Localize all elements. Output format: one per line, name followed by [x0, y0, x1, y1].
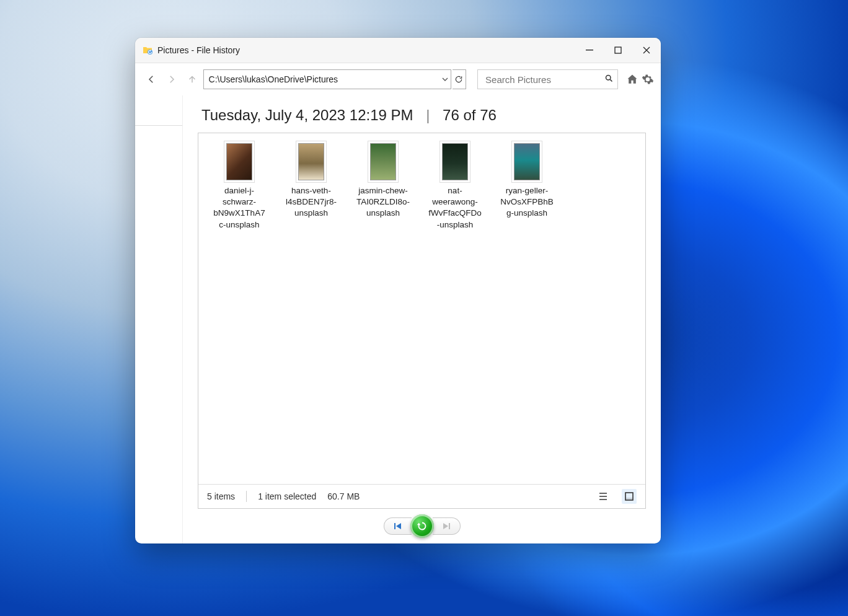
forward-button[interactable]	[162, 69, 181, 89]
svg-rect-1	[586, 50, 593, 50]
file-name: ryan-geller-NvOsXFPBhBg-unsplash	[500, 185, 554, 219]
toolbar	[135, 63, 661, 95]
file-thumbnail	[442, 143, 468, 180]
body: Tuesday, July 4, 2023 12:19 PM | 76 of 7…	[135, 95, 661, 543]
desktop-wallpaper: Pictures - File History	[0, 0, 848, 616]
back-button[interactable]	[141, 69, 161, 89]
version-page: 76 of 76	[443, 107, 497, 123]
file-item[interactable]: daniel-j-schwarz-bN9wX1ThA7c-unsplash	[212, 143, 267, 231]
next-version-button[interactable]	[433, 517, 461, 535]
status-size: 60.7 MB	[327, 491, 360, 501]
maximize-button[interactable]	[604, 38, 632, 63]
minimize-button[interactable]	[575, 38, 604, 63]
file-grid[interactable]: daniel-j-schwarz-bN9wX1ThA7c-unsplashhan…	[198, 133, 645, 484]
refresh-button[interactable]	[453, 69, 466, 89]
status-selected: 1 item selected	[258, 491, 316, 501]
version-timestamp: Tuesday, July 4, 2023 12:19 PM	[201, 107, 413, 123]
up-button[interactable]	[182, 69, 201, 89]
version-controls	[198, 509, 646, 543]
file-item[interactable]: nat-weerawong-fWvFfacQFDo-unsplash	[428, 143, 482, 231]
restore-button[interactable]	[410, 514, 434, 538]
path-input[interactable]	[204, 70, 439, 89]
file-name: jasmin-chew-TAI0RZLDI8o-unsplash	[356, 185, 410, 219]
file-name: daniel-j-schwarz-bN9wX1ThA7c-unsplash	[212, 185, 267, 231]
window-title: Pictures - File History	[157, 45, 240, 55]
svg-point-3	[606, 75, 611, 80]
file-item[interactable]: ryan-geller-NvOsXFPBhBg-unsplash	[500, 143, 554, 231]
file-thumbnail	[226, 143, 252, 180]
status-divider	[246, 491, 247, 502]
search-box[interactable]	[477, 69, 618, 89]
title-bar[interactable]: Pictures - File History	[135, 38, 661, 63]
app-icon	[143, 45, 152, 55]
status-count: 5 items	[207, 491, 235, 501]
thumbnails-view-button[interactable]	[622, 489, 637, 504]
svg-rect-2	[615, 47, 621, 53]
file-name: nat-weerawong-fWvFfacQFDo-unsplash	[428, 185, 482, 231]
search-input[interactable]	[484, 74, 604, 86]
search-icon[interactable]	[604, 74, 614, 86]
svg-rect-6	[394, 523, 395, 529]
address-bar[interactable]	[203, 69, 451, 89]
side-pane-stub	[135, 125, 182, 543]
side-pane	[135, 95, 183, 543]
version-header: Tuesday, July 4, 2023 12:19 PM | 76 of 7…	[198, 95, 646, 133]
main-panel: Tuesday, July 4, 2023 12:19 PM | 76 of 7…	[183, 95, 661, 543]
svg-rect-5	[625, 498, 633, 500]
file-item[interactable]: hans-veth-l4sBDEN7jr8-unsplash	[284, 143, 338, 231]
file-thumbnail	[298, 143, 324, 180]
version-separator: |	[417, 107, 438, 123]
file-thumbnail	[514, 143, 540, 180]
file-name: hans-veth-l4sBDEN7jr8-unsplash	[284, 185, 338, 219]
content-frame: daniel-j-schwarz-bN9wX1ThA7c-unsplashhan…	[198, 133, 646, 509]
svg-rect-7	[449, 523, 450, 529]
previous-version-button[interactable]	[384, 517, 412, 535]
details-view-button[interactable]	[596, 489, 611, 504]
file-history-window: Pictures - File History	[135, 38, 661, 543]
file-item[interactable]: jasmin-chew-TAI0RZLDI8o-unsplash	[356, 143, 410, 231]
gear-icon[interactable]	[642, 73, 655, 86]
path-dropdown[interactable]	[439, 71, 451, 88]
status-bar: 5 items 1 item selected 60.7 MB	[198, 484, 645, 508]
file-thumbnail	[370, 143, 396, 180]
home-icon[interactable]	[625, 73, 638, 86]
close-button[interactable]	[632, 38, 661, 63]
